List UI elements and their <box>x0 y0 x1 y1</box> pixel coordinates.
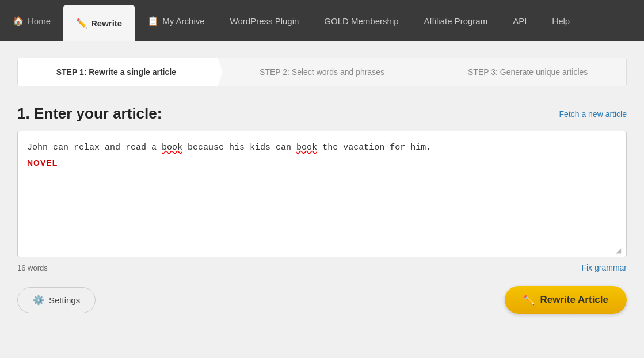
word-count-row: 16 words Fix grammar <box>17 263 627 272</box>
spellcheck-word-book1: book <box>162 143 182 153</box>
article-input-area: John can relax and read a book because h… <box>17 131 627 257</box>
resize-handle[interactable]: ◢ <box>616 246 624 254</box>
navbar: 🏠 Home ✏️ Rewrite 📋 My Archive WordPress… <box>0 0 644 41</box>
step-3[interactable]: STEP 3: Generate unique articles <box>420 58 626 86</box>
fix-grammar-link[interactable]: Fix grammar <box>581 263 627 272</box>
archive-icon: 📋 <box>147 16 159 26</box>
nav-item-my-archive[interactable]: 📋 My Archive <box>135 0 217 41</box>
section-header: 1. Enter your article: Fetch a new artic… <box>17 105 627 123</box>
nav-item-gold-membership[interactable]: GOLD Membership <box>311 0 411 41</box>
main-content: STEP 1: Rewrite a single article STEP 2:… <box>0 41 644 358</box>
steps-bar: STEP 1: Rewrite a single article STEP 2:… <box>17 58 627 86</box>
bottom-buttons: ⚙️ Settings ✏️ Rewrite Article <box>17 286 627 314</box>
nav-item-help[interactable]: Help <box>539 0 582 41</box>
gear-icon: ⚙️ <box>33 295 44 306</box>
rewrite-pencil-icon: ✏️ <box>523 295 535 306</box>
spellcheck-word-book2: book <box>296 143 317 153</box>
rewrite-article-button[interactable]: ✏️ Rewrite Article <box>505 286 627 314</box>
nav-item-home[interactable]: 🏠 Home <box>0 0 63 41</box>
step-1[interactable]: STEP 1: Rewrite a single article <box>18 58 215 86</box>
word-count-label: 16 words <box>17 264 48 272</box>
nav-item-wordpress-plugin[interactable]: WordPress Plugin <box>218 0 312 41</box>
autocorrect-popup: NOVEL <box>27 157 58 170</box>
article-text-display[interactable]: John can relax and read a book because h… <box>27 140 617 250</box>
nav-item-affiliate-program[interactable]: Affiliate Program <box>411 0 501 41</box>
nav-item-api[interactable]: API <box>500 0 539 41</box>
pencil-nav-icon: ✏️ <box>76 18 87 29</box>
page-title: 1. Enter your article: <box>17 105 162 123</box>
nav-item-rewrite[interactable]: ✏️ Rewrite <box>63 5 135 41</box>
home-icon: 🏠 <box>13 16 24 26</box>
fetch-new-article-link[interactable]: Fetch a new article <box>559 109 627 119</box>
step-2[interactable]: STEP 2: Select words and phrases <box>215 58 421 86</box>
settings-button[interactable]: ⚙️ Settings <box>17 287 96 313</box>
